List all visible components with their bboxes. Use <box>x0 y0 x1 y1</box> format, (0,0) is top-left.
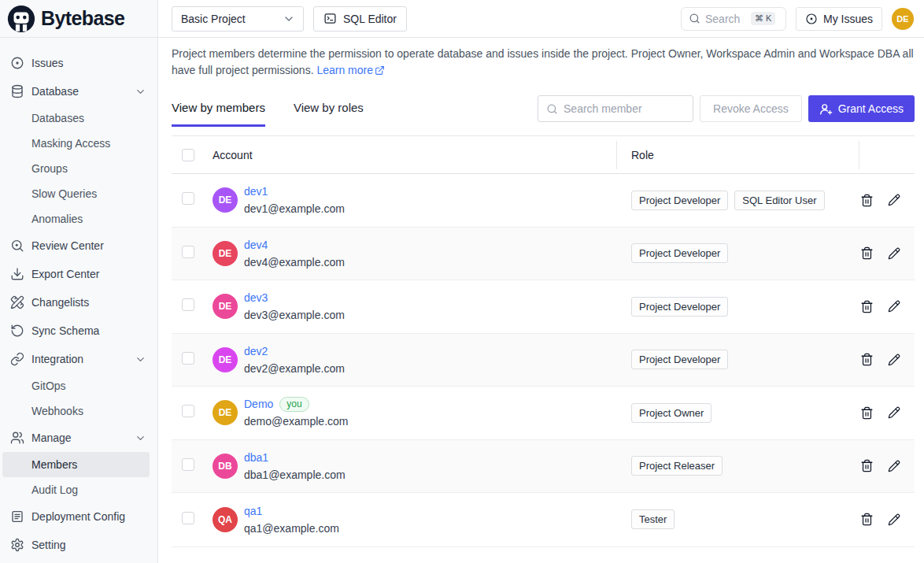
row-checkbox[interactable] <box>182 246 194 258</box>
member-email: qa1@example.com <box>244 520 339 537</box>
tab-view-by-roles[interactable]: View by roles <box>294 91 364 127</box>
member-name-link[interactable]: dev1 <box>244 183 268 200</box>
delete-member-button[interactable] <box>860 513 874 526</box>
edit-member-button[interactable] <box>888 513 900 526</box>
column-header-actions <box>859 136 915 173</box>
member-name-link[interactable]: dev4 <box>244 236 268 254</box>
gear-icon <box>10 538 24 552</box>
grant-access-button[interactable]: Grant Access <box>808 95 915 122</box>
pencil-ruler-icon <box>10 295 24 309</box>
sidebar-item-audit-log[interactable]: Audit Log <box>0 477 157 502</box>
sidebar-item-export-center[interactable]: Export Center <box>0 260 157 288</box>
delete-member-button[interactable] <box>860 406 874 420</box>
role-badge: Project Developer <box>631 243 728 263</box>
role-badge: Project Releaser <box>631 456 723 476</box>
my-issues-button[interactable]: My Issues <box>796 7 882 31</box>
sidebar-item-gitops[interactable]: GitOps <box>0 373 157 398</box>
table-row: DE dev1 dev1@example.com Project Develop… <box>172 174 915 228</box>
edit-member-button[interactable] <box>888 194 900 206</box>
avatar: QA <box>213 507 238 532</box>
member-email: dev1@example.com <box>244 200 345 217</box>
sidebar-item-database[interactable]: Database <box>0 77 157 106</box>
select-all-checkbox[interactable] <box>182 149 194 161</box>
members-page: Project members determine the permission… <box>158 38 924 563</box>
sidebar-item-anomalies[interactable]: Anomalies <box>0 206 157 231</box>
external-link-icon <box>375 65 385 76</box>
global-search[interactable]: ⌘ K <box>681 7 786 31</box>
delete-member-button[interactable] <box>860 459 874 472</box>
edit-member-button[interactable] <box>888 354 900 366</box>
sidebar-item-deployment-config[interactable]: Deployment Config <box>0 502 157 531</box>
sidebar-item-sync-schema[interactable]: Sync Schema <box>0 317 157 345</box>
file-list-icon <box>10 509 24 524</box>
edit-member-button[interactable] <box>888 300 900 313</box>
search-input[interactable] <box>705 13 746 25</box>
member-email: dba1@example.com <box>244 466 346 483</box>
sidebar: Issues Database Databases Masking Access… <box>0 38 158 563</box>
brand-area[interactable]: Bytebase <box>0 0 158 37</box>
chevron-down-icon <box>283 13 295 25</box>
avatar: DE <box>213 347 238 372</box>
refresh-icon <box>10 324 24 338</box>
sidebar-item-integration[interactable]: Integration <box>0 345 157 373</box>
circle-dot-icon <box>805 13 818 25</box>
row-checkbox[interactable] <box>182 298 194 311</box>
users-icon <box>10 431 24 445</box>
review-search-icon <box>10 239 24 253</box>
user-avatar[interactable]: DE <box>892 8 914 30</box>
member-email: dev4@example.com <box>244 254 345 271</box>
member-search-box[interactable] <box>538 95 693 122</box>
role-badge: SQL Editor User <box>734 191 824 210</box>
role-badge: Project Developer <box>631 191 728 210</box>
row-checkbox[interactable] <box>182 192 194 205</box>
avatar: DE <box>213 294 238 319</box>
sidebar-item-manage[interactable]: Manage <box>0 424 157 452</box>
learn-more-link[interactable]: Learn more <box>316 64 385 76</box>
sql-editor-button[interactable]: SQL Editor <box>313 6 407 31</box>
search-icon <box>689 13 700 24</box>
table-row: DE dev2 dev2@example.com Project Develop… <box>172 334 915 387</box>
sidebar-item-review-center[interactable]: Review Center <box>0 231 157 260</box>
member-name-link[interactable]: dba1 <box>244 449 268 466</box>
table-row: DE dev4 dev4@example.com Project Develop… <box>172 228 915 281</box>
member-search-input[interactable] <box>564 102 685 115</box>
sidebar-item-webhooks[interactable]: Webhooks <box>0 398 157 424</box>
delete-member-button[interactable] <box>860 194 874 207</box>
edit-member-button[interactable] <box>888 406 900 419</box>
member-name-link[interactable]: qa1 <box>244 502 262 520</box>
row-checkbox[interactable] <box>182 352 194 365</box>
role-badge: Tester <box>631 509 675 529</box>
sidebar-item-issues[interactable]: Issues <box>0 49 157 77</box>
you-badge: you <box>279 397 309 412</box>
search-shortcut-badge: ⌘ K <box>751 12 775 25</box>
sidebar-item-databases[interactable]: Databases <box>0 106 157 131</box>
edit-member-button[interactable] <box>888 460 900 472</box>
table-row: QA qa1 qa1@example.com Tester <box>172 493 915 546</box>
avatar: DB <box>213 454 238 479</box>
member-name-link[interactable]: dev3 <box>244 289 268 306</box>
row-checkbox[interactable] <box>182 458 194 471</box>
sidebar-item-groups[interactable]: Groups <box>0 156 157 181</box>
row-checkbox[interactable] <box>182 512 194 524</box>
project-select[interactable]: Basic Project <box>172 6 304 31</box>
delete-member-button[interactable] <box>860 300 874 313</box>
members-table: Account Role DE dev1 dev1@example.com Pr… <box>172 135 915 547</box>
sidebar-item-setting[interactable]: Setting <box>0 531 157 559</box>
revoke-access-button[interactable]: Revoke Access <box>700 95 802 122</box>
avatar: DE <box>213 241 238 266</box>
member-name-link[interactable]: Demo <box>244 395 273 413</box>
member-name-link[interactable]: dev2 <box>244 343 268 360</box>
sidebar-item-members[interactable]: Members <box>2 452 150 477</box>
tab-view-by-members[interactable]: View by members <box>172 91 265 127</box>
sidebar-item-slow-queries[interactable]: Slow Queries <box>0 181 157 206</box>
delete-member-button[interactable] <box>860 246 874 260</box>
row-checkbox[interactable] <box>182 405 194 417</box>
table-header: Account Role <box>172 136 915 174</box>
search-icon <box>546 103 558 115</box>
sidebar-item-masking-access[interactable]: Masking Access <box>0 131 157 156</box>
sidebar-item-changelists[interactable]: Changelists <box>0 288 157 317</box>
chevron-down-icon <box>135 432 146 444</box>
edit-member-button[interactable] <box>888 247 900 260</box>
page-description: Project members determine the permission… <box>172 46 915 79</box>
delete-member-button[interactable] <box>860 353 874 366</box>
